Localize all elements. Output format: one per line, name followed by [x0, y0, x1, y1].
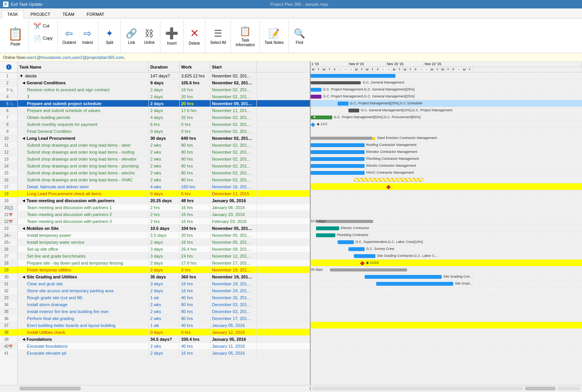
table-row[interactable]: 3 2 days 20 hrs November 02, 201… [18, 93, 310, 100]
task-name: Install exterior fire line and building … [18, 308, 149, 315]
task-work: 17.6 hrs [180, 107, 210, 114]
cut-button[interactable]: ✂️ Cut [31, 20, 52, 32]
task-duration: 3 days [149, 253, 180, 259]
gantt-day: S [348, 67, 354, 72]
task-information-button[interactable]: 📋 TaskInformation [233, 23, 257, 50]
task-name: Team meeting and discussion with partner… [18, 218, 149, 224]
table-row[interactable]: Set up site office 3 days 26.4 hrs Novem… [18, 246, 310, 253]
indent-button[interactable]: ⇨ Indent [79, 23, 96, 50]
table-row[interactable]: Rough grade site (cut and fill) 1 wk 40 … [18, 294, 310, 301]
table-row[interactable]: Final General Condition 0 days 0 hrs Nov… [18, 128, 310, 135]
split-icon: ✦ [106, 28, 113, 39]
link-icon: 🔗 [126, 28, 137, 39]
table-row[interactable]: ◀Foundations 34.5 days? 330.4 hrs Januar… [18, 336, 310, 343]
table-row[interactable]: Install temporary power 2.5 days 20 hrs … [18, 232, 310, 239]
table-row[interactable]: Install Utilities check 0 days 0 hrs Jan… [18, 329, 310, 336]
online-user1[interactable]: user1@housatonic.com [26, 55, 71, 60]
table-row[interactable]: Detail, fabricate and deliver steel 4 wk… [18, 183, 310, 190]
outdent-button[interactable]: ⇦ Outdent [60, 23, 79, 50]
table-row[interactable]: ◀General Conditions 9 days 105.6 hrs Nov… [18, 79, 310, 86]
table-row[interactable]: Set line and grade benchmarks 3 days 24 … [18, 253, 310, 260]
task-duration: 2 days [149, 86, 180, 93]
gantt-header: 1 '15 Nov 8 '15 Nov 15 '15 Nov 22 '15 M … [311, 62, 582, 72]
table-row[interactable]: Submit shop drawings and order long lead… [18, 176, 310, 183]
insert-button[interactable]: ➕ Insert [163, 23, 181, 50]
table-row[interactable]: Submit shop drawings and order long lead… [18, 156, 310, 162]
row-indicator-1: 1 [0, 73, 17, 80]
task-notes-button[interactable]: 📝 Task Notes [262, 23, 286, 50]
tab-project[interactable]: PROJECT [25, 10, 56, 18]
table-row[interactable]: Submit shop drawings and order long lead… [18, 142, 310, 149]
table-row[interactable]: Prepare and submit schedule of values 2 … [18, 107, 310, 114]
table-row[interactable]: ◀Team meeting and discussion with partne… [18, 197, 310, 204]
task-work: 40 hrs [180, 294, 210, 301]
col-header-name: Task Name [18, 62, 149, 72]
table-row[interactable]: Prepare site - lay down yard and tempora… [18, 260, 310, 266]
task-name: Prepare site - lay down yard and tempora… [18, 260, 149, 266]
table-row[interactable]: Perform final site grading 2 wks 80 hrs … [18, 315, 310, 322]
select-all-button[interactable]: ☰ Select All [208, 23, 228, 50]
task-duration: 2.5 days [149, 232, 180, 238]
table-row[interactable]: Submit shop drawings and order long lead… [18, 162, 310, 169]
table-row[interactable]: Prepare and submit project schedule 2 da… [18, 100, 310, 107]
table-row[interactable]: Install exterior fire line and building … [18, 308, 310, 315]
delete-button[interactable]: ✕ Delete [186, 23, 203, 50]
unlink-button[interactable]: ⛓ Unlink [141, 23, 158, 50]
online-user2[interactable]: user2@projectplan365.com [72, 55, 124, 60]
task-name: Install temporary power [18, 232, 149, 238]
table-row[interactable]: Receive notice to proceed and sign contr… [18, 86, 310, 93]
task-work: 0 hrs [180, 329, 210, 335]
task-work: 104 hrs [180, 225, 210, 231]
table-row[interactable]: Submit shop drawings and order long lead… [18, 169, 310, 176]
table-row[interactable]: Stone site access and temporary parking … [18, 287, 310, 294]
row-indicator-8: 8 [0, 121, 17, 128]
copy-button[interactable]: 📄 Copy [31, 32, 55, 44]
table-row[interactable]: Team meeting and discussion with partner… [18, 204, 310, 211]
table-row[interactable]: Submit monthly requests for payment 6 hr… [18, 121, 310, 128]
gantt-diamond [311, 122, 315, 128]
find-label: Find [296, 40, 303, 45]
insert-label: Insert [167, 41, 177, 46]
task-work: 80 hrs [180, 162, 210, 169]
task-start: November 02, 201… [210, 135, 257, 141]
table-row[interactable]: Excavate foundations 2 wks 40 hrs Januar… [18, 343, 310, 350]
table-row[interactable]: ◀Mobilize on Site 10.5 days 104 hrs Nove… [18, 225, 310, 232]
gantt-marker [372, 137, 375, 140]
split-button[interactable]: ✦ Split [101, 23, 118, 50]
link-button[interactable]: 🔗 Link [123, 23, 140, 50]
horizontal-scrollbar-grid[interactable] [19, 387, 81, 390]
table-row[interactable]: Install temporary water service 2 days 1… [18, 239, 310, 246]
table-row[interactable]: ◀Long Lead Procurement 30 days 640 hrs N… [18, 135, 310, 142]
table-row[interactable]: Team meeting and discussion with partner… [18, 218, 310, 225]
table-row[interactable]: Excavate elevator pit 2 days 16 hrs Janu… [18, 350, 310, 357]
find-button[interactable]: 🔍 Find [291, 23, 308, 50]
main-content: i 1 2 3📎 4 5📎 6 7 8 9 10 11 12 13 14 15 … [0, 62, 582, 385]
tab-team[interactable]: TEAM [57, 10, 80, 18]
table-row[interactable]: Submit shop drawings and order long lead… [18, 149, 310, 156]
table-row[interactable]: ◀Site Grading and Utilities 35 days 360 … [18, 273, 310, 280]
outdent-label: Outdent [62, 40, 76, 45]
paste-button[interactable]: 📋 Paste [5, 23, 26, 50]
table-row[interactable]: Erect building batter boards and layout … [18, 322, 310, 329]
gantt-day: S [456, 67, 462, 72]
ribbon: 📋 Paste ✂️ Cut 📄 Copy ⇦ Outdent ⇨ [0, 18, 582, 53]
table-row[interactable]: Team meeting and discussion with partner… [18, 211, 310, 218]
gantt-bar [316, 226, 339, 230]
task-information-label: TaskInformation [235, 38, 255, 47]
row-indicator-36: 36 [0, 315, 17, 322]
task-work: 16 hrs [180, 287, 210, 294]
row-indicator-35: 35 [0, 308, 17, 315]
task-name: ◀General Conditions [18, 79, 149, 86]
table-row[interactable]: Install storm drainage 2 wks 80 hrs Dece… [18, 301, 310, 308]
horizontal-scrollbar-gantt[interactable] [525, 387, 556, 390]
table-row[interactable]: Long Lead Procurement check all items 0 … [18, 190, 310, 197]
tab-format[interactable]: FORMAT [81, 10, 110, 18]
table-row[interactable]: ▼dasda 147 days? 3,625.12 hrs November 0… [18, 72, 310, 79]
tab-task[interactable]: TASK [2, 10, 24, 18]
table-row[interactable]: Clear and grub site 3 days 24 hrs Novemb… [18, 280, 310, 287]
row-indicator-21: 21📅 [0, 211, 17, 218]
table-row[interactable]: Finish temporay utilities 0 days 0 hrs N… [18, 266, 310, 273]
table-row[interactable]: Obtain building permits 4 days 32 hrs No… [18, 114, 310, 121]
task-duration: 0 days [149, 190, 180, 197]
task-start: January 20, 2016 [210, 211, 257, 218]
